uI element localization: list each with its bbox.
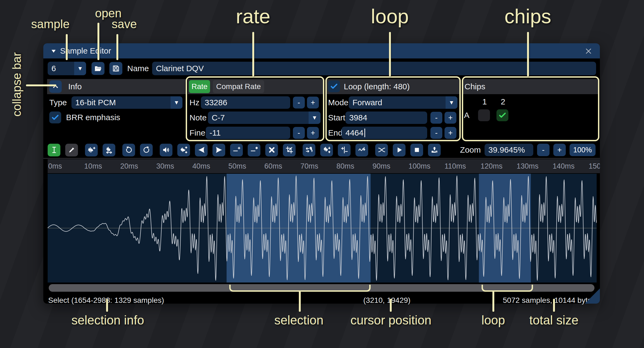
status-total-size: 5072 samples, 10144 bytes	[503, 296, 596, 305]
loop-enable-checkbox[interactable]	[328, 80, 340, 92]
brr-emphasis-label: BRR emphasis	[66, 111, 120, 123]
chip-2-checkbox[interactable]	[496, 109, 508, 121]
export-button[interactable]	[428, 144, 441, 156]
hz-decrement-button[interactable]: -	[293, 97, 305, 109]
loop-start-increment-button[interactable]: +	[444, 112, 456, 124]
annotation-line-open	[97, 23, 99, 60]
toolbar-separator	[43, 158, 600, 159]
redo-button[interactable]	[140, 144, 153, 156]
chevron-up-icon	[51, 83, 60, 91]
loop-mode-value: Forward	[352, 98, 382, 107]
undo-icon	[125, 146, 133, 154]
loop-end-input[interactable]: 4464	[342, 127, 427, 139]
invert-button[interactable]	[320, 144, 333, 156]
loop-end-value: 4464	[345, 128, 364, 137]
open-button[interactable]	[91, 62, 104, 75]
adjust-volume-button[interactable]	[177, 144, 190, 156]
draw-mode-button[interactable]	[65, 144, 78, 156]
ruler-tick: 100ms	[408, 159, 430, 173]
sign-flip-icon	[340, 146, 348, 154]
annotation-line-sample	[66, 34, 68, 60]
undo-button[interactable]	[122, 144, 135, 156]
select-mode-icon	[50, 146, 58, 154]
filter-button[interactable]	[355, 144, 368, 156]
annotation-chips: chips	[505, 5, 551, 28]
resize-button[interactable]	[85, 144, 98, 156]
ruler-tick: 60ms	[264, 159, 282, 173]
type-dropdown-arrow-icon[interactable]: ▼	[171, 96, 182, 109]
stop-preview-button[interactable]	[410, 144, 423, 156]
window-titlebar[interactable]: Sample Editor	[43, 43, 600, 58]
zoom-out-button[interactable]: -	[537, 144, 550, 156]
zoom-reset-button[interactable]: 100%	[570, 144, 596, 156]
hz-increment-button[interactable]: +	[307, 97, 319, 109]
hz-label: Hz	[189, 96, 200, 109]
resample-button[interactable]	[103, 144, 115, 156]
toolbar-group	[160, 144, 296, 156]
save-icon	[112, 64, 120, 73]
loop-start-decrement-button[interactable]: -	[430, 112, 442, 124]
resample-icon	[105, 146, 113, 154]
zoom-in-button[interactable]: +	[553, 144, 566, 156]
annotation-line-chips	[527, 32, 529, 76]
loop-end-decrement-button[interactable]: -	[430, 127, 442, 139]
amplify-button[interactable]	[160, 144, 172, 156]
ruler-tick: 20ms	[120, 159, 138, 173]
annotation-selection-info: selection info	[71, 313, 144, 327]
loop-mode-dropdown[interactable]: Forward ▼	[349, 96, 457, 109]
save-button[interactable]	[109, 62, 122, 75]
export-icon	[430, 146, 439, 154]
sample-editor-window: Sample Editor 6 ▼ Name Clarinet DQV Info…	[43, 43, 600, 304]
time-ruler[interactable]: 0ms10ms20ms30ms40ms50ms60ms70ms80ms90ms1…	[48, 159, 600, 173]
sign-flip-button[interactable]	[338, 144, 351, 156]
sample-selector-arrow-icon[interactable]: ▼	[74, 62, 86, 75]
resize-icon	[87, 146, 96, 154]
loop-end-label: End	[328, 127, 342, 139]
loop-panel-title: Loop (length: 480)	[344, 79, 410, 94]
crossfade-button[interactable]	[375, 144, 388, 156]
fine-label: Fine	[189, 127, 205, 139]
type-dropdown-value: 16-bit PCM	[75, 98, 116, 107]
sample-selector[interactable]: 6 ▼	[48, 62, 86, 75]
toolbar-group	[122, 144, 153, 156]
fine-decrement-button[interactable]: -	[293, 127, 305, 139]
desktop-background: Sample Editor 6 ▼ Name Clarinet DQV Info…	[0, 0, 644, 348]
play-preview-icon	[395, 146, 403, 154]
insert-silence-button[interactable]	[230, 144, 243, 156]
ruler-tick: 50ms	[228, 159, 246, 173]
hz-input[interactable]: 33286	[201, 96, 290, 109]
apply-silence-button[interactable]	[248, 144, 260, 156]
loop-start-input[interactable]: 3984	[345, 111, 427, 124]
fine-input[interactable]: -11	[206, 127, 290, 139]
trim-button[interactable]	[283, 144, 296, 156]
zoom-value-field[interactable]: 39.9645%	[485, 144, 533, 156]
ruler-tick: 10ms	[84, 159, 102, 173]
fine-increment-button[interactable]: +	[307, 127, 319, 139]
loop-end-increment-button[interactable]: +	[444, 127, 456, 139]
delete-selection-button[interactable]	[265, 144, 278, 156]
fade-out-button[interactable]	[213, 144, 225, 156]
play-preview-button[interactable]	[393, 144, 406, 156]
reverse-button[interactable]	[303, 144, 315, 156]
insert-silence-icon	[233, 146, 241, 154]
status-cursor-position: (3210, 19429)	[363, 296, 410, 305]
fine-value: -11	[210, 128, 221, 137]
loop-mode-arrow-icon[interactable]: ▼	[446, 96, 457, 109]
rate-tab-button[interactable]: Rate	[189, 80, 210, 93]
crossfade-icon	[378, 146, 386, 154]
window-collapse-icon[interactable]	[50, 48, 57, 54]
fade-in-button[interactable]	[195, 144, 208, 156]
type-dropdown[interactable]: 16-bit PCM ▼	[71, 96, 182, 109]
name-input[interactable]: Clarinet DQV	[152, 62, 596, 75]
chips-column-2: 2	[497, 96, 509, 107]
note-dropdown[interactable]: C-7 ▼	[208, 111, 321, 124]
chip-1-checkbox[interactable]	[478, 109, 490, 121]
brr-emphasis-checkbox[interactable]	[49, 111, 61, 123]
waveform-view[interactable]	[48, 174, 597, 283]
close-icon[interactable]	[584, 47, 593, 55]
waveform-canvas[interactable]	[48, 174, 597, 283]
select-mode-button[interactable]	[48, 144, 60, 156]
info-collapse-button[interactable]	[49, 80, 62, 93]
note-dropdown-arrow-icon[interactable]: ▼	[309, 111, 321, 124]
compat-rate-tab-button[interactable]: Compat Rate	[213, 80, 264, 93]
